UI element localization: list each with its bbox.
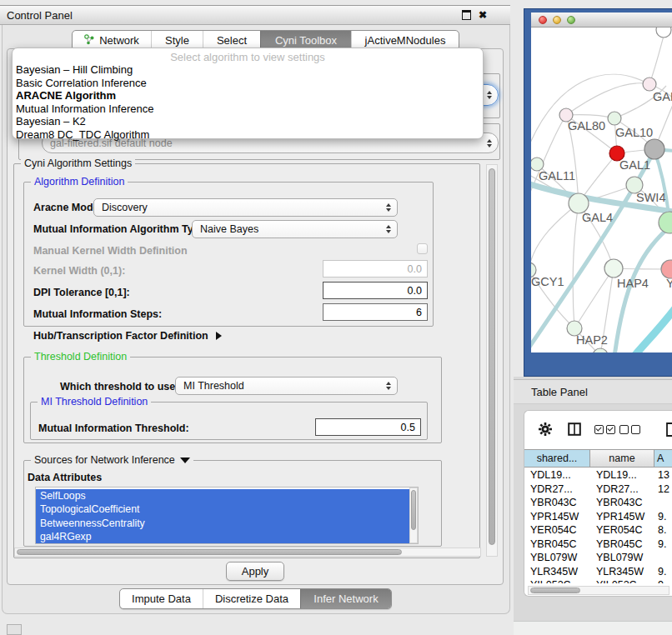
tab-impute-data[interactable]: Impute Data	[120, 589, 203, 608]
table-row[interactable]: YPR145WYPR145W9.	[524, 510, 672, 524]
table-row[interactable]: YBR045CYBR045C9.	[524, 538, 672, 552]
settings-gear-icon[interactable]	[538, 418, 553, 441]
expanded-arrow-icon	[180, 458, 190, 463]
which-threshold-combo[interactable]: MI Threshold	[175, 377, 398, 395]
algorithm-option-bayesian-hill-climbing[interactable]: Bayesian – Hill Climbing	[13, 63, 483, 77]
network-edge	[531, 203, 579, 270]
algorithm-dropdown: Select algorithm to view settings Bayesi…	[12, 48, 484, 139]
table-rows: YDL19...YDL19...13YDR27...YDR27...12YBR0…	[524, 468, 672, 583]
sources-title-row[interactable]: Sources for Network Inference	[31, 454, 193, 466]
which-threshold-value: MI Threshold	[183, 380, 244, 392]
data-attributes-label: Data Attributes	[28, 472, 102, 483]
network-node-label: GAL10	[615, 126, 653, 139]
settings-hscrollbar[interactable]	[14, 548, 481, 557]
zoom-window-icon[interactable]	[567, 16, 575, 24]
table-row[interactable]: YER054CYER054C8.	[524, 523, 672, 538]
attribute-selfloops[interactable]: SelfLoops	[36, 489, 418, 502]
attribute-list-vscrollbar-thumb[interactable]	[411, 490, 416, 530]
network-edge	[573, 203, 579, 328]
mi-threshold-definition-title: MI Threshold Definition	[38, 396, 151, 408]
table-cell	[654, 496, 672, 510]
table-hscrollbar[interactable]	[528, 586, 669, 595]
mi-algorithm-type-combo[interactable]: Naive Bayes	[192, 220, 398, 238]
settings-vscrollbar[interactable]	[486, 164, 498, 557]
tab-discretize-data[interactable]: Discretize Data	[203, 589, 300, 608]
algorithm-option-basic-correlation-inference[interactable]: Basic Correlation Inference	[13, 77, 483, 90]
control-panel-titlebar: Control Panel ✖	[0, 5, 510, 25]
network-node[interactable]	[661, 260, 672, 278]
table-cell	[654, 551, 672, 565]
attribute-gal4rgexp[interactable]: gal4RGexp	[36, 530, 418, 543]
document-icon[interactable]	[666, 418, 672, 441]
data-attributes-list: SelfLoopsTopologicalCoefficientBetweenne…	[35, 487, 419, 544]
tab-label: jActiveMNodules	[365, 34, 446, 47]
network-view-window: GALGAL80GAL10GAL1GAL11SWI4GAL4GCY1HAP4YH…	[524, 8, 672, 377]
float-window-icon[interactable]	[462, 10, 471, 20]
tab-infer-network[interactable]: Infer Network	[300, 589, 391, 608]
table-cell: 12	[654, 482, 672, 497]
manual-kernel-width-checkbox[interactable]	[417, 243, 428, 254]
network-node[interactable]	[593, 348, 608, 352]
table-toolbar	[524, 418, 672, 441]
network-node[interactable]	[656, 28, 671, 38]
bottom-strip	[514, 621, 672, 635]
algorithm-dropdown-placeholder: Select algorithm to view settings	[13, 51, 483, 63]
algorithm-option-bayesian-k2[interactable]: Bayesian – K2	[13, 115, 483, 128]
network-node-label: Y	[666, 277, 672, 290]
tab-label: Cyni Toolbox	[275, 34, 337, 47]
algorithm-option-dream8-dc-tdc-algorithm[interactable]: Dream8 DC_TDC Algorithm	[13, 128, 483, 142]
network-canvas[interactable]: GALGAL80GAL10GAL1GAL11SWI4GAL4GCY1HAP4YH…	[531, 28, 672, 352]
network-node[interactable]	[608, 112, 621, 125]
split-panel-icon[interactable]	[568, 418, 581, 441]
cyni-algorithm-settings-title: Cyni Algorithm Settings	[21, 158, 135, 169]
table-row[interactable]: YIL052CYIL052C9	[524, 578, 672, 583]
close-panel-icon[interactable]: ✖	[479, 10, 487, 20]
mi-steps-field[interactable]: 6	[323, 303, 428, 321]
column-header-shared[interactable]: shared...	[524, 450, 590, 467]
network-node[interactable]	[644, 139, 664, 159]
table-hscrollbar-thumb[interactable]	[530, 588, 580, 593]
mi-threshold-label: Mutual Information Threshold:	[38, 422, 189, 434]
algorithm-option-mutual-information-inference[interactable]: Mutual Information Inference	[13, 102, 483, 116]
table-cell: 13	[654, 468, 672, 482]
settings-hscrollbar-thumb[interactable]	[17, 549, 402, 555]
column-header-a[interactable]: A	[654, 450, 672, 467]
minimize-window-icon[interactable]	[553, 16, 561, 24]
table-cell: YDL19...	[524, 468, 590, 482]
table-cell: YIL052C	[590, 578, 654, 583]
aracne-mode-value: Discovery	[102, 202, 148, 213]
kernel-width-field[interactable]: 0.0	[323, 260, 428, 278]
bottom-tab-bar: Impute DataDiscretize DataInfer Network	[119, 588, 392, 609]
control-panel-title: Control Panel	[7, 9, 73, 22]
kernel-width-label: Kernel Width (0,1):	[33, 265, 125, 277]
network-node[interactable]	[643, 78, 656, 91]
settings-vscrollbar-thumb[interactable]	[489, 168, 495, 545]
hub-definition-disclosure[interactable]: Hub/Transcription Factor Definition	[33, 330, 222, 342]
network-node[interactable]	[659, 212, 672, 233]
network-window-titlebar[interactable]	[531, 12, 672, 28]
select-columns-icon[interactable]	[594, 418, 615, 441]
attribute-betweennesscentrality[interactable]: BetweennessCentrality	[36, 517, 418, 530]
aracne-mode-combo[interactable]: Discovery	[93, 198, 398, 217]
attribute-list-vscrollbar[interactable]	[409, 488, 418, 543]
apply-button[interactable]: Apply	[226, 562, 284, 581]
table-row[interactable]: YBR043CYBR043C	[524, 496, 672, 510]
close-window-icon[interactable]	[539, 16, 547, 24]
table-cell: YLR345W	[590, 565, 654, 579]
network-node[interactable]	[604, 259, 623, 278]
table-row[interactable]: YDL19...YDL19...13	[524, 468, 672, 482]
column-header-name[interactable]: name	[590, 450, 654, 467]
network-edge	[531, 74, 649, 152]
threshold-definition-title: Threshold Definition	[31, 351, 130, 362]
table-row[interactable]: YDR27...YDR27...12	[524, 482, 672, 497]
table-row[interactable]: YBL079WYBL079W	[524, 551, 672, 565]
table-cell: YBR045C	[524, 538, 590, 552]
algorithm-option-aracne-algorithm[interactable]: ARACNE Algorithm	[13, 89, 483, 102]
mi-threshold-field[interactable]: 0.5	[315, 418, 421, 436]
unselect-columns-icon[interactable]	[619, 418, 640, 441]
table-cell: 9.	[654, 510, 672, 524]
table-row[interactable]: YLR345WYLR345W9.	[524, 565, 672, 579]
dpi-tolerance-field[interactable]: 0.0	[323, 282, 428, 299]
corner-widget-icon[interactable]	[7, 624, 22, 635]
attribute-topologicalcoefficient[interactable]: TopologicalCoefficient	[36, 502, 418, 516]
